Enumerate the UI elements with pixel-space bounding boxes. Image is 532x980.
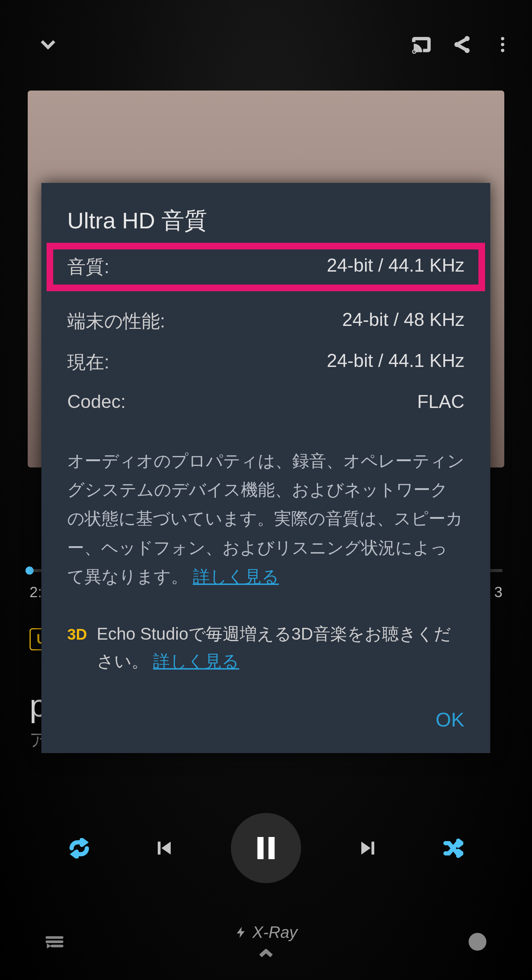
- xray-label: X-Ray: [253, 923, 297, 942]
- remaining-time: 3: [494, 584, 502, 600]
- next-button[interactable]: [352, 832, 385, 865]
- row-value: 24-bit / 44.1 KHz: [327, 350, 464, 375]
- dialog-row: 端末の性能: 24-bit / 48 KHz: [67, 301, 464, 342]
- row-label: Codec:: [67, 391, 125, 412]
- cast-icon[interactable]: [410, 33, 432, 56]
- shuffle-button[interactable]: [436, 832, 470, 865]
- highlighted-row: 音質: 24-bit / 44.1 KHz: [46, 243, 485, 291]
- promo-row: 3D Echo Studioで毎週増える3D音楽をお聴きください。 詳しく見る: [67, 620, 464, 675]
- svg-point-7: [500, 43, 504, 46]
- app-bar: [0, 22, 532, 67]
- more-menu-icon[interactable]: [491, 33, 513, 56]
- repeat-button[interactable]: [62, 832, 96, 865]
- alexa-icon[interactable]: [467, 932, 488, 953]
- promo-text: Echo Studioで毎週増える3D音楽をお聴きください。: [97, 624, 451, 671]
- row-label: 端末の性能:: [67, 309, 165, 334]
- svg-point-6: [500, 37, 504, 40]
- learn-more-link[interactable]: 詳しく見る: [193, 567, 279, 586]
- transport-controls: [0, 813, 532, 883]
- svg-rect-9: [257, 837, 264, 859]
- ok-button[interactable]: OK: [67, 708, 464, 731]
- row-value: 24-bit / 44.1 KHz: [327, 255, 464, 279]
- dialog-description: オーディオのプロパティは、録音、オペレーティングシステムのデバイス機能、およびネ…: [67, 446, 464, 591]
- dialog-title: Ultra HD 音質: [67, 205, 464, 236]
- svg-line-4: [459, 40, 465, 43]
- svg-point-0: [413, 51, 414, 52]
- audio-quality-dialog: Ultra HD 音質 音質: 24-bit / 44.1 KHz 端末の性能:…: [41, 183, 490, 753]
- previous-button[interactable]: [147, 832, 180, 865]
- progress-thumb[interactable]: [25, 566, 33, 574]
- svg-rect-10: [268, 837, 275, 859]
- row-value: FLAC: [417, 391, 464, 412]
- elapsed-time: 2:: [30, 584, 42, 600]
- svg-line-5: [459, 45, 465, 49]
- row-label: 現在:: [67, 350, 110, 375]
- chevron-up-icon: [259, 943, 273, 961]
- row-value: 24-bit / 48 KHz: [342, 309, 464, 334]
- bottom-bar: X-Ray: [0, 916, 532, 968]
- svg-point-15: [470, 934, 485, 949]
- promo-learn-more-link[interactable]: 詳しく見る: [153, 651, 239, 671]
- dialog-row: Codec: FLAC: [67, 383, 464, 420]
- xray-button[interactable]: X-Ray: [235, 923, 297, 961]
- queue-icon[interactable]: [44, 932, 65, 953]
- pause-button[interactable]: [231, 813, 301, 883]
- svg-point-8: [500, 48, 504, 52]
- row-label: 音質:: [67, 255, 110, 279]
- 3d-badge: 3D: [67, 620, 87, 649]
- share-icon[interactable]: [451, 33, 473, 56]
- svg-marker-14: [47, 943, 51, 948]
- dialog-row: 現在: 24-bit / 44.1 KHz: [67, 342, 464, 383]
- collapse-button[interactable]: [37, 33, 59, 56]
- desc-text: オーディオのプロパティは、録音、オペレーティングシステムのデバイス機能、およびネ…: [67, 451, 464, 586]
